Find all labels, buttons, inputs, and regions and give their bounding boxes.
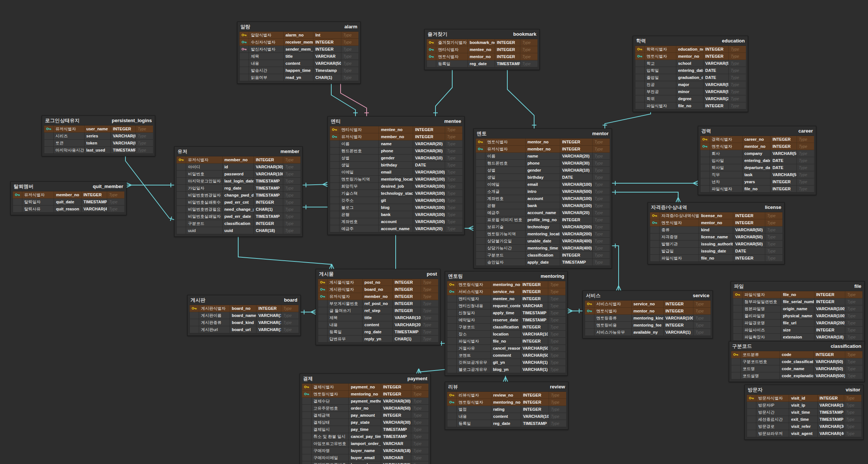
column-row-account_name[interactable]: 예금주account_nameVARCHAR(20)Type [330, 225, 462, 232]
column-row-reserve_date[interactable]: 예약일자reserve_dateTIMESTAMPType [447, 317, 565, 324]
column-row-review_no[interactable]: 리뷰식별자review_noINTEGERType [447, 392, 566, 399]
column-row-career_no[interactable]: 경력식별자career_noINTEGERType [700, 136, 814, 143]
column-row-git[interactable]: 깃주소gitVARCHAR(100)Type [330, 197, 462, 204]
column-row-service_no[interactable]: 서비스식별자service_noINTEGERType [585, 301, 711, 308]
column-row-bank[interactable]: 은행bankVARCHAR(100)Type [330, 211, 462, 218]
relationship-alarm-mentee[interactable] [338, 78, 369, 116]
column-row-available_ny[interactable]: 서비스가능유무available_nyVARCHAR(1)Type [585, 329, 711, 336]
column-row-title[interactable]: 제목titleVARCHAR(100)Type [318, 314, 438, 321]
column-row-code_classification[interactable]: 구분코드번호code_classificationVARCHAR(50)Type [731, 358, 862, 365]
column-row-quit_reason[interactable]: 탈퇴사유quit_reasonVARCHAR(400)Type [13, 206, 124, 213]
column-row-blog_yn[interactable]: 블로그공개유무blog_ynVARCHAR(1)Type [447, 366, 565, 373]
column-row-request_content[interactable]: 멘티신청내용request_contentVARCHARType [447, 302, 565, 309]
relationship-bookmark-mentee[interactable] [433, 66, 454, 116]
column-row-mentoring_location[interactable]: 멘토링가능지역mentoring_locationVARCHAR(100)Typ… [330, 176, 462, 183]
column-row-issuing_authority[interactable]: 발행기관issuing_authorityVARCHAR(50)Type [650, 241, 782, 248]
column-row-cancel_reason[interactable]: 거절사유cancel_reasonVARCHAR(500)Type [447, 345, 565, 352]
column-row-service_no[interactable]: 서비스식별자service_noINTEGERType [447, 288, 565, 295]
column-row-classification[interactable]: 구분코드classificationINTEGERType [476, 252, 610, 259]
column-row-file_no[interactable]: 파일식별자file_noINTEGERType [733, 291, 862, 298]
column-row-buyer_email[interactable]: 구매자이메일buyer_emailVARCHARType [302, 454, 428, 461]
column-row-mentoring_time[interactable]: 상담가능시간mentoring_timeVARCHAR(400)Type [476, 245, 610, 252]
column-row-mentoring_fee[interactable]: 멘토링비용mentoring_feeINTEGERType [585, 322, 711, 329]
column-row-mentoring_no[interactable]: 멘토링식별자mentoring_noINTEGERType [447, 399, 566, 406]
column-row-ref_post_no[interactable]: 부모게시물번호ref_post_noINTEGERType [318, 300, 438, 307]
table-header[interactable]: 학력education [635, 36, 746, 45]
table-education[interactable]: 학력education학력식별자education_noINTEGERType멘… [633, 36, 748, 112]
column-row-education_no[interactable]: 학력식별자education_noINTEGERType [635, 46, 746, 53]
column-row-years[interactable]: 년차yearsINTEGERType [700, 178, 814, 185]
table-mentoring[interactable]: 멘토링mentoring멘토링식별자mentoring_noINTEGERTyp… [445, 271, 568, 376]
column-row-apply_time[interactable]: 신청일자apply_timeTIMESTAMPType [447, 309, 565, 317]
column-row-physical_name[interactable]: 물리파일명physical_nameVARCHAR(100)Type [733, 312, 862, 320]
column-row-buyer_name[interactable]: 구매자명buyer_nameVARCHAR(18)Type [302, 447, 428, 454]
table-header[interactable]: 멘토링mentoring [447, 271, 565, 281]
relationship-board-post[interactable] [301, 310, 316, 314]
column-row-file_no[interactable]: 파일식별자file_noINTEGERType [650, 255, 782, 262]
relationship-service-mentor[interactable] [612, 244, 621, 290]
column-row-size[interactable]: 파일사이즈sizeINTEGERType [733, 327, 862, 334]
column-row-license_no[interactable]: 자격증/수상내역식별자license_noINTEGERType [650, 212, 782, 219]
column-row-birthday[interactable]: 생일birthdayDATEType [330, 162, 462, 169]
column-row-visit_time[interactable]: 방문시간visit_timeTIMESTAMPType [747, 409, 861, 416]
column-row-happen_time[interactable]: 발송시간happen_timeTimestampType [239, 67, 358, 74]
column-row-visit_refer[interactable]: 방문경로visit_referVARCHAR(300)Type [747, 423, 861, 430]
column-row-git_yn[interactable]: 깃허브공개유무git_ynVARCHAR(1)Type [447, 359, 565, 366]
column-row-order_no[interactable]: 고유주문번호order_noVARCHAR(50)Type [302, 405, 428, 412]
column-row-quit_date[interactable]: 탈퇴일자quit_dateTIMESTAMPType [13, 198, 124, 206]
column-row-last_used[interactable]: 마지막사용시간last_usedTIMESTAMPType [44, 147, 153, 154]
table-header[interactable]: 게시물post [318, 269, 438, 279]
column-row-visit_ip[interactable]: 방문자IPvisit_ipVARCHAR(100)Type [747, 402, 861, 409]
column-row-payment_no[interactable]: 결제식별자payment_noINTEGERType [302, 384, 428, 391]
column-row-reg_date[interactable]: 가입일자reg_dateTIMESTAMPType [176, 185, 300, 192]
table-persistent_logins[interactable]: 로그인상태유지persistent_logins유저식별자user_nameIN… [42, 115, 155, 156]
column-row-mentee_no[interactable]: 멘티식별자mentee_noINTEGERType [427, 46, 537, 53]
relationship-mentoring-service[interactable] [568, 309, 583, 313]
column-row-code_explanation[interactable]: 코드설명code_explanationVARCHAR(500)Type [731, 372, 862, 379]
column-row-mentee_no[interactable]: 멘티식별자mentee_noINTEGERType [447, 295, 565, 302]
table-mentee[interactable]: 멘티mentee멘티식별자mentee_noINTEGERType유저식별자me… [328, 116, 465, 235]
column-row-reg_date[interactable]: 등록일reg_dateTIMESTAMPType [427, 60, 537, 67]
table-header[interactable]: 구분코드classification [731, 341, 862, 351]
column-row-member_no[interactable]: 유저식별자member_noINTEGERType [318, 293, 438, 300]
column-row-technology[interactable]: 보유기술technologyVARCHAR(200)Type [476, 223, 610, 231]
column-row-bank[interactable]: 은행bankVARCHAR(100)Type [476, 202, 610, 209]
column-row-minor[interactable]: 부전공minorVARCHAR(50)Type [635, 88, 746, 95]
column-row-ref_step[interactable]: 글 들여쓰기ref_stepINTEGERType [318, 307, 438, 314]
relationship-alarm-mentee[interactable] [329, 78, 358, 116]
table-career[interactable]: 경력career경력식별자career_noINTEGERType멘토식별자me… [698, 126, 816, 195]
column-row-buyer_phone[interactable]: 구매자핸드폰번호buyer_phoneVARCHAR(30)Type [302, 461, 428, 464]
table-header[interactable]: 유저member [176, 147, 300, 156]
column-row-code[interactable]: 코드분류codeINTEGERType [731, 351, 862, 358]
table-header[interactable]: 자격증/수상내역license [650, 203, 782, 212]
column-row-email[interactable]: 이메일emailVARCHAR(100)Type [330, 169, 462, 176]
table-header[interactable]: 즐겨찾기bookmark [427, 29, 537, 39]
column-row-mentoring_no[interactable]: 멘토링식별자mentoring_noINTEGERType [447, 281, 565, 288]
column-row-exit_time[interactable]: 세션종료시간exit_timeTIMESTAMPType [747, 416, 861, 423]
column-row-board_no[interactable]: 게시판식별자board_noINTEGERType [189, 305, 299, 312]
column-row-bookmark_no[interactable]: 즐겨찾기식별자bookmark_noINTEGERType [427, 39, 537, 46]
column-row-gender[interactable]: 성별genderVARCHAR(10)Type [476, 167, 610, 174]
column-row-mentor_no[interactable]: 멘토식별자mentor_noINTEGERType [700, 143, 814, 150]
table-header[interactable]: 방문자visitor [747, 385, 861, 394]
column-row-phone[interactable]: 핸드폰번호phoneVARCHAR(30)Type [330, 147, 462, 155]
column-row-classification[interactable]: 구분코드classificationINTEGERType [447, 324, 565, 331]
column-row-file_url[interactable]: 파일경로명file_urlVARCHAR(200)Type [733, 320, 862, 327]
table-payment[interactable]: 결제payment결제식별자payment_noINTEGERType멘토링식별… [300, 374, 431, 464]
column-row-file_no[interactable]: 파일식별자file_noINTEGERType [447, 338, 565, 345]
column-row-intro[interactable]: 소개글introVARCHAR(500)Type [476, 188, 610, 195]
column-row-mentor_no[interactable]: 멘토식별자mentor_noINTEGERType [585, 308, 711, 315]
column-row-board_no[interactable]: 게시판식별자board_noINTEGERType [318, 286, 438, 293]
table-alarm[interactable]: 알람alarm알람식별자alarm_noIntType수신자식별자receive… [237, 22, 361, 84]
column-row-content[interactable]: 내용contentVARCHAR(500)Type [239, 60, 358, 67]
column-row-task[interactable]: 직무taskVARCHAR(50)Type [700, 171, 814, 178]
column-row-member_no[interactable]: 유저식별자member_noINTEGERType [476, 146, 610, 153]
column-row-location[interactable]: 장소locationVARCHAR(100)Type [447, 331, 565, 338]
table-board[interactable]: 게시판board게시판식별자board_noINTEGERType게시판이름bo… [187, 295, 301, 336]
column-row-apply_date[interactable]: 승인일자apply_dateTIMESTAMPType [476, 259, 610, 266]
table-member[interactable]: 유저member유저식별자member_noINTEGERType아이디idVA… [174, 146, 303, 237]
column-row-receiver_mem_no[interactable]: 수신자식별자receiver_mem_noINTEGERType [239, 39, 358, 46]
column-row-pwd_err_date[interactable]: 비밀번호실패일자pwd_err_dateTIMESTAMPType [176, 213, 300, 220]
table-header[interactable]: 탈퇴멤버quit_member [13, 182, 124, 191]
column-row-classification[interactable]: 구분코드classificationINTEGERType [176, 220, 300, 227]
